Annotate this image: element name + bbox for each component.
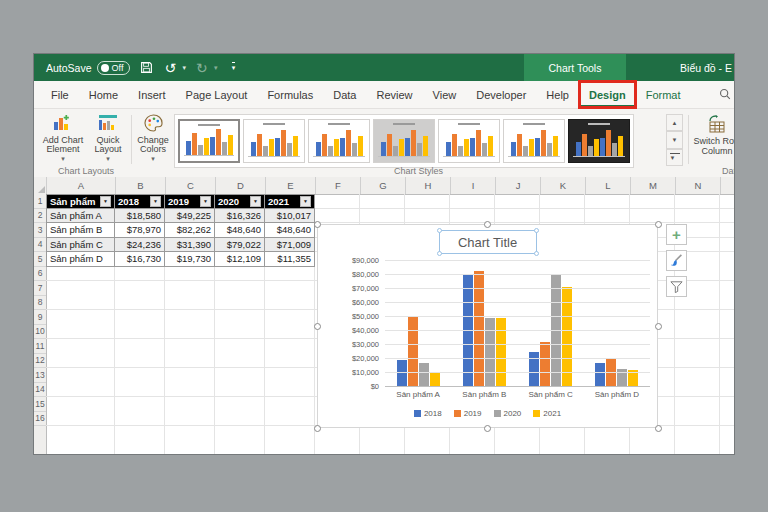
column-header-H[interactable]: H xyxy=(406,177,451,194)
filter-dropdown-button[interactable]: ▼ xyxy=(300,196,311,207)
table-value-cell[interactable]: $48,640 xyxy=(265,223,315,238)
tab-developer[interactable]: Developer xyxy=(466,81,536,108)
bar-2020[interactable] xyxy=(419,363,429,386)
chart-resize-handle[interactable] xyxy=(484,221,491,228)
column-header-K[interactable]: K xyxy=(541,177,586,194)
gallery-expand-icon[interactable]: ▼ xyxy=(666,149,683,166)
row-header-1[interactable]: 1 xyxy=(34,194,46,209)
filter-dropdown-button[interactable]: ▼ xyxy=(100,196,111,207)
table-header-cell[interactable]: 2019▼ xyxy=(165,194,215,209)
title-handle[interactable] xyxy=(437,228,442,233)
table-header-cell[interactable]: 2021▼ xyxy=(265,194,315,209)
row-header-13[interactable]: 13 xyxy=(34,368,46,383)
row-header-9[interactable]: 9 xyxy=(34,310,46,325)
column-header-C[interactable]: C xyxy=(166,177,216,194)
tab-design[interactable]: Design xyxy=(579,81,636,108)
table-value-cell[interactable]: $12,109 xyxy=(215,252,265,267)
gallery-scroll-down-icon[interactable]: ▼ xyxy=(666,131,683,148)
chart-style-thumbnail-2[interactable] xyxy=(243,119,305,163)
chart-elements-button[interactable]: + xyxy=(666,224,687,245)
chart-resize-handle[interactable] xyxy=(314,221,321,228)
chart-styles-button[interactable] xyxy=(666,250,687,271)
title-handle[interactable] xyxy=(534,251,539,256)
chart-filters-button[interactable] xyxy=(666,276,687,297)
filter-dropdown-button[interactable]: ▼ xyxy=(250,196,261,207)
column-header-F[interactable]: F xyxy=(316,177,361,194)
tab-file[interactable]: File xyxy=(41,81,79,108)
chart-resize-handle[interactable] xyxy=(655,221,662,228)
chart-style-thumbnail-7[interactable] xyxy=(568,119,630,163)
bar-2019[interactable] xyxy=(408,317,418,386)
table-value-cell[interactable]: $49,225 xyxy=(165,209,215,224)
tab-view[interactable]: View xyxy=(423,81,467,108)
column-header-B[interactable]: B xyxy=(116,177,166,194)
row-header-4[interactable]: 4 xyxy=(34,238,46,253)
row-header-5[interactable]: 5 xyxy=(34,252,46,267)
tab-home[interactable]: Home xyxy=(79,81,128,108)
row-header-3[interactable]: 3 xyxy=(34,223,46,238)
chart-title[interactable]: Chart Title xyxy=(458,235,517,250)
autosave-toggle[interactable]: AutoSave Off xyxy=(46,61,130,75)
column-header-G[interactable]: G xyxy=(361,177,406,194)
legend-item-2018[interactable]: 2018 xyxy=(414,409,442,418)
autosave-pill[interactable]: Off xyxy=(97,61,131,75)
undo-dropdown-icon[interactable]: ▾ xyxy=(182,64,186,72)
table-value-cell[interactable]: $16,730 xyxy=(115,252,165,267)
title-handle[interactable] xyxy=(534,228,539,233)
bar-2019[interactable] xyxy=(540,342,550,386)
table-value-cell[interactable]: $79,022 xyxy=(215,238,265,253)
save-icon[interactable] xyxy=(138,60,154,76)
gallery-scroll-up-icon[interactable]: ▲ xyxy=(666,114,683,131)
undo-icon[interactable]: ↺ xyxy=(162,60,178,76)
bar-2018[interactable] xyxy=(397,360,407,386)
table-row-label[interactable]: Sản phẩm A xyxy=(46,209,115,224)
table-header-cell[interactable]: 2018▼ xyxy=(115,194,165,209)
row-header-11[interactable]: 11 xyxy=(34,339,46,354)
tab-insert[interactable]: Insert xyxy=(128,81,176,108)
change-colors-button[interactable]: Change Colors ▾ xyxy=(134,113,172,163)
select-all-corner[interactable] xyxy=(34,177,47,194)
title-handle[interactable] xyxy=(437,251,442,256)
legend-item-2020[interactable]: 2020 xyxy=(494,409,522,418)
chart-style-thumbnail-3[interactable] xyxy=(308,119,370,163)
table-value-cell[interactable]: $16,326 xyxy=(215,209,265,224)
column-header-A[interactable]: A xyxy=(47,177,116,194)
customize-qat-icon[interactable]: ▾ xyxy=(225,60,241,76)
table-value-cell[interactable]: $71,009 xyxy=(265,238,315,253)
chart-object[interactable]: Chart Title $0$10,000$20,000$30,000$40,0… xyxy=(317,224,658,428)
column-header-D[interactable]: D xyxy=(216,177,266,194)
table-value-cell[interactable]: $18,580 xyxy=(115,209,165,224)
column-header-E[interactable]: E xyxy=(266,177,316,194)
chart-style-thumbnail-6[interactable] xyxy=(503,119,565,163)
table-row-label[interactable]: Sản phẩm B xyxy=(46,223,115,238)
legend-item-2019[interactable]: 2019 xyxy=(454,409,482,418)
row-header-2[interactable]: 2 xyxy=(34,209,46,224)
table-header-cell[interactable]: Sản phẩm▼ xyxy=(46,194,115,209)
column-header-L[interactable]: L xyxy=(586,177,631,194)
chart-resize-handle[interactable] xyxy=(314,425,321,432)
row-header-16[interactable]: 16 xyxy=(34,412,46,427)
tab-review[interactable]: Review xyxy=(366,81,422,108)
filter-dropdown-button[interactable]: ▼ xyxy=(150,196,161,207)
column-header-M[interactable]: M xyxy=(631,177,676,194)
chart-resize-handle[interactable] xyxy=(484,425,491,432)
chart-style-thumbnail-5[interactable] xyxy=(438,119,500,163)
search-box[interactable]: Search xyxy=(719,81,736,108)
bar-2021[interactable] xyxy=(496,318,506,386)
row-header-7[interactable]: 7 xyxy=(34,281,46,296)
table-row-label[interactable]: Sản phẩm D xyxy=(46,252,115,267)
table-value-cell[interactable]: $82,262 xyxy=(165,223,215,238)
row-header-6[interactable]: 6 xyxy=(34,267,46,282)
chart-resize-handle[interactable] xyxy=(655,323,662,330)
switch-row-column-button[interactable]: Switch Row Column xyxy=(692,113,735,163)
chart-style-thumbnail-1[interactable] xyxy=(178,119,240,163)
column-header-J[interactable]: J xyxy=(496,177,541,194)
row-header-10[interactable]: 10 xyxy=(34,325,46,340)
chart-resize-handle[interactable] xyxy=(655,425,662,432)
table-value-cell[interactable]: $31,390 xyxy=(165,238,215,253)
chart-style-thumbnail-4[interactable] xyxy=(373,119,435,163)
bar-2020[interactable] xyxy=(485,318,495,386)
column-header-I[interactable]: I xyxy=(451,177,496,194)
row-header-14[interactable]: 14 xyxy=(34,383,46,398)
row-header-12[interactable]: 12 xyxy=(34,354,46,369)
